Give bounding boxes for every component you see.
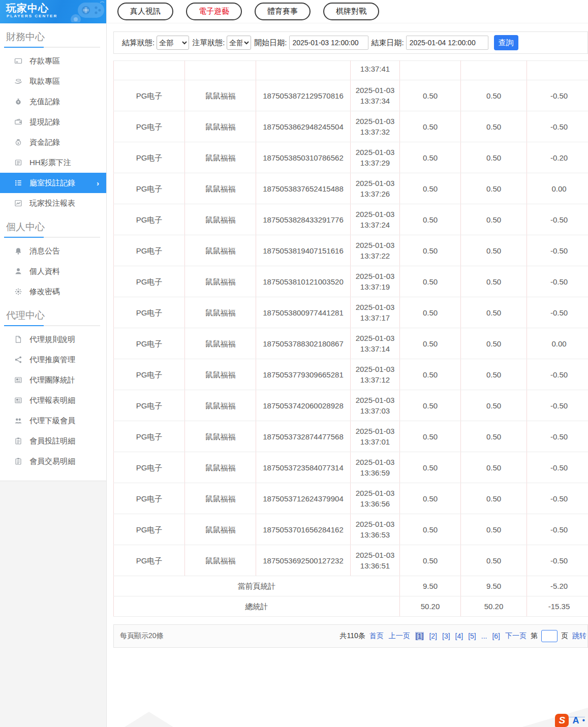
jump-page-input[interactable] [541,630,558,642]
s-logo-icon[interactable]: S [555,714,569,727]
section-title: 財務中心 [0,23,106,47]
sidebar-item[interactable]: 提現記錄 [0,112,106,132]
order-status-select[interactable]: 全部 [227,36,251,50]
cell-datetime: 2025-01-0313:36:56 [351,483,400,514]
sidebar-item[interactable]: 資金記錄 [0,132,106,152]
sidebar-item[interactable]: 個人資料 [0,261,106,281]
summary-bet: 50.20 [400,596,461,617]
page-link[interactable]: [4] [455,632,463,640]
cell-time: 13:37:41 [351,61,400,80]
cell [256,61,351,80]
cell-win-loss: -0.50 [527,421,588,452]
category-tab[interactable]: 電子遊藝 [186,3,242,20]
cell-datetime: 2025-01-0313:36:51 [351,545,400,576]
sidebar-item-label: 會員投註明細 [29,436,75,446]
cell-bet: 0.50 [400,390,461,421]
sidebar-item-label: 提現記錄 [29,117,60,127]
page-link[interactable]: [3] [442,632,450,640]
cell-win-loss: -0.50 [527,359,588,390]
cell-datetime: 2025-01-0313:37:32 [351,111,400,142]
sidebar-item[interactable]: 充值記錄 [0,91,106,112]
table-row-partial: 13:37:41 [114,61,588,80]
cell-valid-bet: 0.50 [461,80,527,111]
sidebar-item[interactable]: 存款專區 [0,51,106,71]
sidebar-item-label: 代理下級會員 [29,416,75,426]
page-link[interactable]: ... [481,632,487,640]
sidebar-item[interactable]: 代理規則說明 [0,329,106,350]
sidebar-item[interactable]: 修改密碼 [0,281,106,302]
chat-widget[interactable]: S A • [555,711,585,727]
cell-win-loss: -0.50 [527,111,588,142]
section-title: 代理中心 [0,302,106,325]
cell-valid-bet: 0.50 [461,297,527,328]
cell-order: 1875053723584077314 [256,452,351,483]
cell-provider: PG电子 [114,390,185,421]
sidebar-item[interactable]: HH彩票下注 [0,152,106,173]
cell-game: 鼠鼠福福 [185,514,256,545]
prev-page-link[interactable]: 上一页 [389,631,410,641]
settle-status-select[interactable]: 全部 [157,36,189,50]
cell-valid-bet: 0.50 [461,173,527,204]
cell-provider: PG电子 [114,297,185,328]
sidebar-item[interactable]: 代理報表明細 [0,390,106,410]
table-row: PG电子鼠鼠福福18750536925001272322025-01-0313:… [114,545,588,576]
cell-valid-bet: 0.50 [461,390,527,421]
cell-game: 鼠鼠福福 [185,390,256,421]
cell-game: 鼠鼠福福 [185,483,256,514]
page-link[interactable]: [6] [492,632,500,640]
agent-doc-icon [14,335,22,343]
member-clipboard-icon [14,437,22,445]
page-link-current[interactable]: [1] [415,632,424,640]
summary-valid-bet: 9.50 [461,576,527,596]
summary-valid-bet: 50.20 [461,596,527,617]
cell-datetime: 2025-01-0313:37:22 [351,235,400,266]
cell-datetime: 2025-01-0313:36:53 [351,514,400,545]
page-link[interactable]: [5] [468,632,476,640]
sidebar-item[interactable]: 取款專區 [0,71,106,91]
cell-win-loss: 0.00 [527,173,588,204]
cell [527,61,588,80]
cell-provider: PG电子 [114,452,185,483]
settle-status-label: 結算狀態: [122,38,154,48]
sidebar-item[interactable]: 代理團隊統計 [0,370,106,390]
cell-order: 1875053692500127232 [256,545,351,576]
cell-datetime: 2025-01-0313:37:01 [351,421,400,452]
cell-bet: 0.50 [400,235,461,266]
cell-order: 1875053828433291776 [256,204,351,235]
cell [185,61,256,80]
sidebar: 玩家中心 PLAYERS CENTER [0,0,107,727]
chevron-right-icon: › [97,179,99,187]
sidebar-item[interactable]: 代理推廣管理 [0,350,106,370]
category-tab[interactable]: 真人視訊 [117,3,173,20]
page-links: [1][2][3][4][5]...[6] [413,632,503,640]
sidebar-item[interactable]: 消息公告 [0,241,106,261]
start-date-input[interactable] [289,36,368,50]
summary-win-loss: -5.20 [527,576,588,596]
cell-provider: PG电子 [114,359,185,390]
query-button[interactable]: 查詢 [494,35,518,50]
pager: 共110条 首页 上一页 [1][2][3][4][5]...[6] 下一页 第… [338,630,586,642]
sidebar-item[interactable]: 廳室投註記錄› [0,173,106,193]
sidebar-item[interactable]: 玩家投注報表 [0,193,106,213]
cell-valid-bet: 0.50 [461,483,527,514]
cell-order: 1875053779309665281 [256,359,351,390]
page-link[interactable]: [2] [429,632,437,640]
cell-datetime: 2025-01-0313:36:59 [351,452,400,483]
end-date-input[interactable] [406,36,488,50]
section-underline [6,237,100,238]
sidebar-item-label: HH彩票下注 [29,158,71,168]
widget-dot: • [582,716,585,725]
category-tab[interactable]: 棋牌對戰 [323,3,379,20]
category-tab[interactable]: 體育賽事 [255,3,311,20]
cell-provider: PG电子 [114,142,185,173]
sidebar-item[interactable]: 代理下級會員 [0,410,106,431]
first-page-link[interactable]: 首页 [369,631,384,641]
sidebar-item[interactable]: 會員交易明細 [0,451,106,471]
sidebar-item[interactable]: 會員投註明細 [0,431,106,451]
pagination-bar: 每頁顯示20條 共110条 首页 上一页 [1][2][3][4][5]...[… [113,624,588,648]
section-underline [6,325,100,326]
sidebar-item-label: 消息公告 [29,246,60,256]
table-row: PG电子鼠鼠福福18750537883021808672025-01-0313:… [114,328,588,359]
jump-action-link[interactable]: 跳转 [572,631,586,641]
next-page-link[interactable]: 下一页 [505,631,527,641]
